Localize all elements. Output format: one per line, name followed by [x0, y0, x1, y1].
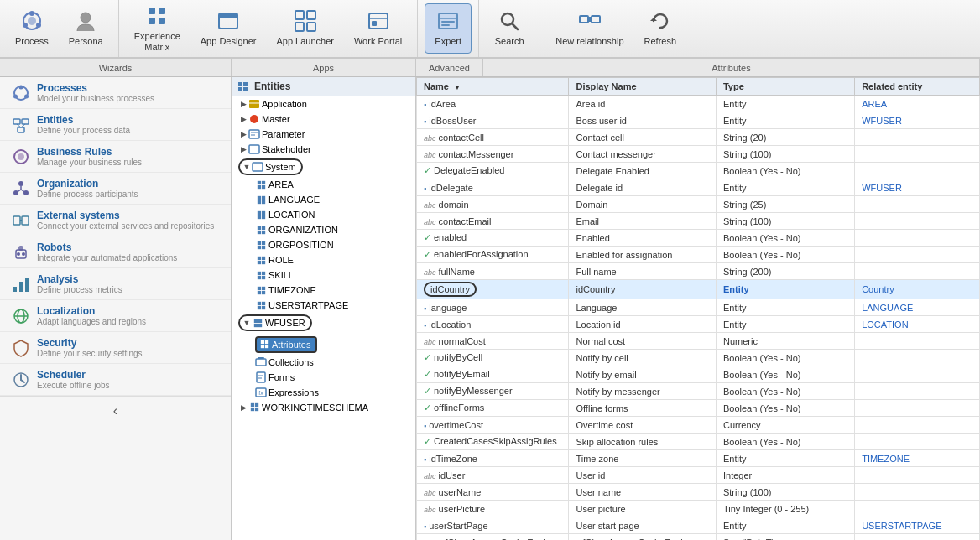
table-row[interactable]: abccontactCellContact cellString (20)	[417, 129, 980, 146]
new-relationship-button[interactable]: New relationship	[547, 4, 632, 52]
table-row[interactable]: abcidUserUser idInteger	[417, 467, 980, 484]
table-row[interactable]: ▪idDelegateDelegate idEntityWFUSER	[417, 179, 980, 196]
table-row[interactable]: abcwfClassAccessCacheExpirywfClassAccess…	[417, 534, 980, 541]
tree-node-master[interactable]: ▶ Master	[232, 112, 415, 127]
table-row[interactable]: ✓enabledForAssignationEnabled for assign…	[417, 247, 980, 263]
table-row[interactable]: ✓notifyByMessengerNotify by messengerBoo…	[417, 383, 980, 400]
tree-node-system[interactable]: ▼ System	[232, 157, 415, 177]
col-name[interactable]: Name ▼	[417, 78, 569, 96]
process-button[interactable]: Process	[7, 4, 57, 52]
stakeholder-expand[interactable]: ▶	[238, 144, 248, 154]
experience-matrix-button[interactable]: ExperienceMatrix	[126, 0, 189, 58]
tree-node-stakeholder[interactable]: ▶ Stakeholder	[232, 142, 415, 157]
table-row[interactable]: ✓notifyByEmailNotify by emailBoolean (Ye…	[417, 366, 980, 383]
tree-node-userstartpage[interactable]: USERSTARTPAGE	[232, 298, 415, 313]
svg-point-31	[19, 85, 23, 89]
tree-node-forms[interactable]: Forms	[232, 370, 415, 385]
tree-node-workingtimeschema[interactable]: ▶ WORKINGTIMESCHEMA	[232, 400, 415, 415]
table-row[interactable]: abcnormalCostNormal costNumeric	[417, 333, 980, 350]
table-row[interactable]: abccontactEmailEmailString (100)	[417, 213, 980, 230]
sidebar-item-business-rules[interactable]: Business Rules Manage your business rule…	[0, 141, 231, 173]
table-row[interactable]: ▪userStartPageUser start pageEntityUSERS…	[417, 517, 980, 534]
sidebar-item-localization[interactable]: Localization Adapt languages and regions	[0, 300, 231, 332]
tree-node-role[interactable]: ROLE	[232, 252, 415, 267]
circled-row-name: idCountry	[424, 282, 477, 297]
stakeholder-node-icon	[248, 143, 260, 155]
sidebar-item-security[interactable]: Security Define your security settings	[0, 332, 231, 364]
tree-node-organization[interactable]: ORGANIZATION	[232, 222, 415, 237]
col-display-name[interactable]: Display Name	[569, 78, 717, 96]
cell-display: Notify by email	[569, 366, 717, 383]
cell-type: Boolean (Yes - No)	[716, 383, 854, 400]
cell-display: Notify by messenger	[569, 383, 717, 400]
table-row[interactable]: idCountryidCountryEntityCountry	[417, 280, 980, 299]
expert-button[interactable]: Expert	[425, 3, 472, 53]
app-designer-button[interactable]: App Designer	[192, 4, 265, 52]
search-button[interactable]: Search	[486, 4, 533, 52]
tree-node-parameter[interactable]: ▶ Parameter	[232, 127, 415, 142]
sidebar-item-analysis[interactable]: Analysis Define process metrics	[0, 268, 231, 300]
table-row[interactable]: ✓CreatedCasesSkipAssigRulesSkip allocati…	[417, 434, 980, 450]
table-row[interactable]: ▪languageLanguageEntityLANGUAGE	[417, 299, 980, 316]
collapse-sidebar-button[interactable]: ‹	[0, 396, 231, 425]
table-row[interactable]: ▪overtimeCostOvertime costCurrency	[417, 417, 980, 434]
sidebar-item-entities[interactable]: Entities Define your process data	[0, 109, 231, 141]
tree-node-orgposition[interactable]: ORGPOSITION	[232, 237, 415, 252]
table-row[interactable]: ✓enabledEnabledBoolean (Yes - No)	[417, 230, 980, 247]
app-launcher-button[interactable]: App Launcher	[268, 4, 342, 52]
col-related-entity[interactable]: Related entity	[855, 78, 980, 96]
parameter-expand[interactable]: ▶	[238, 129, 248, 139]
external-systems-title: External systems	[37, 210, 214, 221]
table-row[interactable]: ▪idAreaArea idEntityAREA	[417, 96, 980, 112]
table-row[interactable]: abcuserPictureUser pictureTiny Integer (…	[417, 501, 980, 517]
persona-button[interactable]: Persona	[60, 4, 112, 52]
analysis-icon	[12, 275, 30, 293]
col-type[interactable]: Type	[716, 78, 854, 96]
table-header-row: Name ▼ Display Name Type Related entity	[417, 78, 980, 96]
refresh-button[interactable]: Refresh	[636, 4, 685, 52]
external-systems-icon	[12, 211, 30, 230]
tree-node-application[interactable]: ▶ Application	[232, 96, 415, 112]
system-expand[interactable]: ▼	[242, 162, 252, 172]
analysis-title: Analysis	[37, 273, 122, 285]
work-portal-button[interactable]: Work Portal	[346, 4, 410, 52]
cell-type: String (20)	[716, 129, 854, 146]
table-row[interactable]: ▪idBossUserBoss user idEntityWFUSER	[417, 112, 980, 129]
tree-node-collections[interactable]: Collections	[232, 355, 415, 370]
cell-name: ▪overtimeCost	[417, 417, 569, 434]
tree-node-wfuser[interactable]: ▼ WFUSER	[232, 313, 415, 333]
table-row[interactable]: ▪idTimeZoneTime zoneEntityTIMEZONE	[417, 450, 980, 467]
table-row[interactable]: ▪idLocationLocation idEntityLOCATION	[417, 316, 980, 333]
sidebar-item-scheduler[interactable]: Scheduler Execute offline jobs	[0, 364, 231, 396]
table-row[interactable]: abcdomainDomainString (25)	[417, 196, 980, 213]
table-row[interactable]: ✓offlineFormsOffline formsBoolean (Yes -…	[417, 400, 980, 417]
master-expand[interactable]: ▶	[238, 114, 248, 124]
tree-node-skill[interactable]: SKILL	[232, 267, 415, 283]
apps-section: Apps	[232, 59, 416, 76]
svg-text:fx: fx	[258, 390, 263, 396]
related-entity-value: Country	[862, 284, 894, 294]
sidebar-item-processes[interactable]: Processes Model your business processes	[0, 77, 231, 109]
tree-node-expressions[interactable]: fx Expressions	[232, 385, 415, 400]
tree-node-area[interactable]: AREA	[232, 177, 415, 192]
cell-name: ▪userStartPage	[417, 517, 569, 534]
tree-node-language[interactable]: LANGUAGE	[232, 192, 415, 207]
table-row[interactable]: abcfullNameFull nameString (200)	[417, 263, 980, 280]
tree-node-attributes[interactable]: Attributes	[232, 333, 415, 355]
security-title: Security	[37, 337, 143, 349]
sidebar-item-external-systems[interactable]: External systems Connect your external s…	[0, 205, 231, 236]
wfuser-expand[interactable]: ▼	[242, 318, 252, 328]
workingtimeschema-expand[interactable]: ▶	[238, 402, 248, 413]
application-expand[interactable]: ▶	[238, 99, 248, 109]
tree-node-timezone[interactable]: TIMEZONE	[232, 283, 415, 298]
table-row[interactable]: ✓DelegateEnabledDelegate EnabledBoolean …	[417, 163, 980, 179]
table-row[interactable]: abcuserNameUser nameString (100)	[417, 484, 980, 501]
cell-related	[855, 333, 980, 350]
svg-rect-25	[580, 16, 588, 23]
tree-node-location[interactable]: LOCATION	[232, 207, 415, 222]
table-row[interactable]: ✓notifyByCellNotify by cellBoolean (Yes …	[417, 350, 980, 366]
table-row[interactable]: abccontactMessengerContact messengerStri…	[417, 146, 980, 163]
sidebar-item-organization[interactable]: Organization Define process participants	[0, 173, 231, 205]
sidebar-item-robots[interactable]: Robots Integrate your automated applicat…	[0, 236, 231, 268]
new-relationship-label: New relationship	[555, 36, 623, 47]
